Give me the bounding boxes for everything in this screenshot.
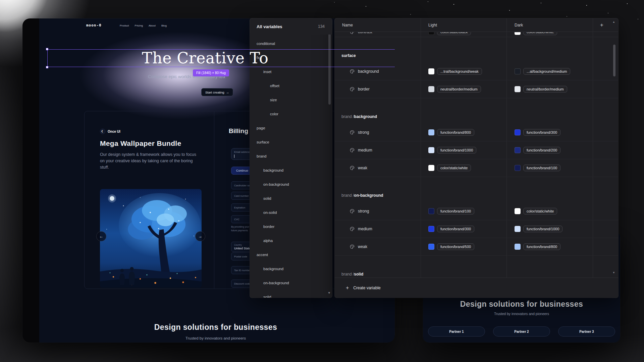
selection-handle[interactable] bbox=[46, 48, 48, 50]
partner-button-partner-2[interactable]: Partner 2 bbox=[493, 326, 550, 337]
variable-chip[interactable]: color/static/black bbox=[437, 32, 471, 35]
variable-name: weak bbox=[358, 244, 367, 249]
tree-item-solid[interactable]: solid bbox=[250, 290, 332, 298]
table-row[interactable]: weak color/static/white function/brand/1… bbox=[335, 159, 618, 177]
variable-chip[interactable]: function/brand/500 bbox=[437, 243, 474, 250]
palette-icon bbox=[350, 209, 355, 214]
sidebar-scrollbar[interactable] bbox=[328, 33, 331, 105]
tree-item-offset[interactable]: offset bbox=[250, 79, 332, 93]
variable-chip[interactable]: function/brand/1000 bbox=[523, 226, 562, 232]
tree-item-page[interactable]: page bbox=[250, 121, 332, 135]
tree-item-background[interactable]: background bbox=[250, 163, 332, 177]
plus-icon: + bbox=[346, 285, 349, 291]
create-variable-button[interactable]: + Create variable bbox=[335, 278, 618, 298]
table-scrollbar[interactable] bbox=[613, 45, 615, 76]
tree-item-on-solid[interactable]: on-solid bbox=[250, 205, 332, 220]
table-row[interactable]: medium function/brand/1000 function/bran… bbox=[335, 141, 618, 159]
variable-chip[interactable]: function/brand/1000 bbox=[437, 147, 476, 154]
color-swatch[interactable] bbox=[515, 32, 521, 35]
nav-link-about[interactable]: About bbox=[149, 24, 156, 27]
palette-icon bbox=[350, 69, 355, 74]
site-logo[interactable]: moon-0 bbox=[86, 23, 102, 27]
variable-chip[interactable]: function/brand/100 bbox=[523, 165, 560, 171]
tree-item-on-background[interactable]: on-background bbox=[250, 177, 332, 191]
table-row[interactable]: contrast color/static/black color/static… bbox=[335, 32, 618, 37]
variable-name: background bbox=[358, 69, 379, 74]
variable-chip[interactable]: color/static/white bbox=[523, 32, 557, 35]
partially-scrolled-row: contrast color/static/black color/static… bbox=[335, 32, 618, 37]
selection-box[interactable] bbox=[47, 49, 395, 67]
nav-link-product[interactable]: Product bbox=[120, 24, 129, 27]
color-swatch[interactable] bbox=[428, 147, 434, 153]
table-row[interactable]: strong function/brand/800 function/brand… bbox=[335, 124, 618, 141]
color-swatch[interactable] bbox=[515, 147, 521, 153]
nav-link-pricing[interactable]: Pricing bbox=[135, 24, 143, 27]
partner-button-partner-3[interactable]: Partner 3 bbox=[558, 326, 615, 337]
site-footer: Design solutions for businesses Trusted … bbox=[105, 323, 326, 340]
variable-chip[interactable]: function/brand/300 bbox=[437, 226, 474, 232]
text-caret bbox=[234, 155, 234, 158]
carousel-next-button[interactable]: → bbox=[195, 231, 205, 241]
variable-chip[interactable]: ...al/background/medium bbox=[523, 68, 570, 75]
color-swatch[interactable] bbox=[515, 208, 521, 214]
variable-chip[interactable]: ...tral/background/weak bbox=[437, 68, 482, 75]
table-scroll-up-icon[interactable]: ▲ bbox=[612, 20, 615, 23]
selection-handle[interactable] bbox=[46, 66, 48, 68]
frame2-subtitle: Trusted by innovators and pioneers bbox=[423, 312, 620, 316]
nav-link-blog[interactable]: Blog bbox=[161, 24, 167, 27]
palette-icon bbox=[350, 130, 355, 135]
table-row[interactable]: strong function/brand/100 color/static/w… bbox=[335, 202, 618, 220]
palette-icon bbox=[350, 166, 355, 170]
tree-item-color[interactable]: color bbox=[250, 107, 332, 121]
variable-name: strong bbox=[358, 130, 369, 135]
color-swatch[interactable] bbox=[428, 86, 434, 92]
column-header-light: Light bbox=[428, 23, 437, 27]
tree-item-conditional[interactable]: conditional bbox=[250, 37, 332, 51]
color-swatch[interactable] bbox=[515, 129, 521, 135]
table-row[interactable]: weak function/brand/500 function/brand/8… bbox=[335, 238, 618, 256]
color-swatch[interactable] bbox=[515, 244, 521, 250]
color-swatch[interactable] bbox=[428, 129, 434, 135]
palette-icon bbox=[350, 244, 355, 249]
variable-chip[interactable]: function/brand/200 bbox=[523, 147, 560, 154]
tree-item-on-background[interactable]: on-background bbox=[250, 276, 332, 290]
color-swatch[interactable] bbox=[428, 208, 434, 214]
color-swatch[interactable] bbox=[428, 165, 434, 171]
tree-item-background[interactable]: background bbox=[250, 262, 332, 276]
variable-chip[interactable]: function/brand/800 bbox=[523, 243, 560, 250]
tree-item-accent[interactable]: accent bbox=[250, 248, 332, 262]
color-swatch[interactable] bbox=[515, 165, 521, 171]
tree-item-brand[interactable]: brand bbox=[250, 149, 332, 163]
starfield bbox=[0, 0, 1, 1]
tree-item-alpha[interactable]: alpha bbox=[250, 234, 332, 248]
color-swatch[interactable] bbox=[428, 244, 434, 250]
partner-button-partner-1[interactable]: Partner 1 bbox=[428, 326, 485, 337]
color-swatch[interactable] bbox=[428, 32, 434, 35]
variable-chip[interactable]: color/static/white bbox=[523, 208, 557, 215]
start-creating-button[interactable]: Start creating → bbox=[201, 88, 233, 96]
site-navbar: moon-0 Product Pricing About Blog bbox=[39, 21, 395, 31]
color-swatch[interactable] bbox=[515, 86, 521, 92]
variable-chip[interactable]: neutral/border/medium bbox=[523, 86, 567, 93]
table-row[interactable]: medium function/brand/300 function/brand… bbox=[335, 220, 618, 238]
tree-item-solid[interactable]: solid bbox=[250, 191, 332, 205]
carousel-prev-button[interactable]: ← bbox=[96, 231, 106, 241]
variable-chip[interactable]: neutral/border/medium bbox=[437, 86, 481, 93]
table-row[interactable]: border neutral/border/medium neutral/bor… bbox=[335, 80, 618, 98]
tree-item-border[interactable]: border bbox=[250, 220, 332, 234]
tree-item-size[interactable]: size bbox=[250, 93, 332, 107]
table-scroll-down-icon[interactable]: ▼ bbox=[612, 271, 615, 274]
color-swatch[interactable] bbox=[428, 68, 434, 74]
column-header-dark: Dark bbox=[515, 23, 523, 27]
variable-chip[interactable]: function/brand/300 bbox=[523, 129, 560, 136]
color-swatch[interactable] bbox=[428, 226, 434, 232]
table-body: contrast color/static/black color/static… bbox=[335, 32, 618, 278]
variable-chip[interactable]: function/brand/100 bbox=[437, 208, 474, 215]
color-swatch[interactable] bbox=[515, 226, 521, 232]
variable-chip[interactable]: color/static/white bbox=[437, 165, 471, 171]
sidebar-scroll-down-icon[interactable]: ▾ bbox=[328, 291, 330, 295]
tree-item-surface[interactable]: surface bbox=[250, 135, 332, 149]
add-variable-button[interactable]: + bbox=[598, 21, 605, 29]
color-swatch[interactable] bbox=[515, 68, 521, 74]
variable-chip[interactable]: function/brand/800 bbox=[437, 129, 474, 136]
